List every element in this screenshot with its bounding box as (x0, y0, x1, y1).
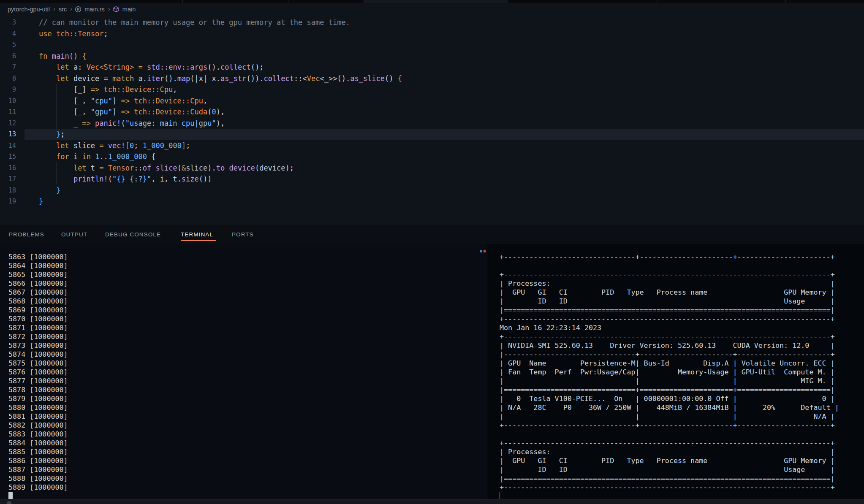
code-text: use tch::Tensor; (39, 28, 108, 40)
code-line[interactable]: 11 [_, "gpu"] => tch::Device::Cuda(0), (0, 106, 864, 118)
line-number: 19 (0, 196, 16, 207)
breadcrumb-label: main.rs (84, 6, 105, 13)
tab-separator (288, 0, 288, 3)
code-text: _ => panic!("usage: main cpu|gpu"), (39, 118, 225, 129)
code-line[interactable]: 3// can monitor the main memory usage or… (0, 17, 864, 28)
code-text: } (39, 196, 43, 207)
terminal-pane-right[interactable]: +-------------------------------+-------… (487, 244, 864, 499)
line-number: 16 (0, 163, 16, 174)
code-text: let a: Vec<String> = std::env::args().co… (39, 62, 264, 73)
rust-file-icon: R (75, 6, 82, 13)
tab-separator (182, 0, 183, 3)
line-number: 15 (0, 151, 16, 163)
line-number: 11 (0, 106, 16, 118)
vscode-window: pytorch-gpu-util › src › R main.rs › mai… (0, 0, 864, 504)
active-editor-tab-fragment (364, 0, 508, 3)
code-text: }; (39, 129, 65, 140)
code-line[interactable]: 5 (0, 39, 864, 51)
tab-separator (508, 0, 508, 3)
breadcrumb-item-file[interactable]: R main.rs (75, 6, 106, 13)
tab-terminal[interactable]: TERMINAL (181, 225, 213, 244)
breadcrumb-item-src[interactable]: src (58, 6, 68, 13)
chevron-right-icon: › (70, 5, 72, 12)
window-bottom-bar (0, 499, 864, 504)
terminal-pane-left[interactable]: 5863 [1000000] 5864 [1000000] 5865 [1000… (0, 244, 487, 499)
code-line[interactable]: 14 let slice = vec![0; 1_000_000]; (0, 140, 864, 152)
code-text: [_] => tch::Device::Cpu, (39, 84, 177, 95)
tab-problems[interactable]: PROBLEMS (9, 225, 44, 244)
code-text: println!("{} {:?}", i, t.size()) (39, 173, 212, 185)
line-number: 14 (0, 140, 16, 152)
line-number: 10 (0, 95, 16, 107)
code-text: fn main() { (39, 51, 87, 62)
line-number: 5 (0, 39, 16, 51)
chevron-right-icon: › (53, 5, 55, 12)
tab-separator (658, 0, 658, 3)
breadcrumb-label: src (59, 6, 67, 13)
code-text: [_, "gpu"] => tch::Device::Cuda(0), (39, 106, 225, 118)
terminal-indicator-blue-dot (480, 250, 482, 252)
code-line[interactable]: 18 } (0, 185, 864, 196)
active-tab-underline (181, 240, 216, 241)
svg-text:R: R (77, 7, 79, 11)
breadcrumb-label: main (122, 6, 136, 13)
chevron-right-icon: › (108, 5, 110, 12)
code-line[interactable]: 4use tch::Tensor; (0, 28, 864, 40)
breadcrumb-item-symbol[interactable]: main (113, 6, 136, 13)
terminal-output-left: 5863 [1000000] 5864 [1000000] 5865 [1000… (8, 252, 68, 492)
line-number: 12 (0, 118, 16, 129)
code-text: let device = match a.iter().map(|x| x.as… (39, 73, 402, 84)
tab-ports[interactable]: PORTS (232, 225, 254, 244)
status-dot (7, 501, 11, 504)
line-number: 6 (0, 51, 16, 62)
breadcrumb-label: pytorch-gpu-util (8, 6, 50, 13)
line-number: 3 (0, 17, 16, 28)
line-number: 17 (0, 173, 16, 185)
tab-separator (364, 0, 364, 3)
code-text: } (39, 185, 60, 196)
code-editor[interactable]: 3// can monitor the main memory usage or… (0, 15, 864, 225)
code-line[interactable]: 16 let t = Tensor::of_slice(&slice).to_d… (0, 163, 864, 174)
code-line[interactable]: 15 for i in 1..1_000_000 { (0, 151, 864, 163)
code-line[interactable]: 10 [_, "cpu"] => tch::Device::Cpu, (0, 95, 864, 107)
code-text: // can monitor the main memory usage or … (39, 17, 350, 28)
symbol-cube-icon (113, 6, 120, 13)
line-number: 4 (0, 28, 16, 40)
terminal-indicator-red-dot (484, 250, 486, 252)
code-line[interactable]: 19} (0, 196, 864, 207)
line-number: 7 (0, 62, 16, 73)
code-text: let t = Tensor::of_slice(&slice).to_devi… (39, 163, 294, 174)
terminal-output-right: +-------------------------------+-------… (500, 252, 839, 492)
tab-separator (785, 0, 786, 3)
code-line[interactable]: 7 let a: Vec<String> = std::env::args().… (0, 62, 864, 73)
code-line[interactable]: 17 println!("{} {:?}", i, t.size()) (0, 173, 864, 185)
breadcrumb-item-folder[interactable]: pytorch-gpu-util (7, 6, 51, 13)
tab-output[interactable]: OUTPUT (61, 225, 87, 244)
breadcrumb: pytorch-gpu-util › src › R main.rs › mai… (0, 3, 864, 15)
line-number: 13 (0, 129, 16, 140)
code-line[interactable]: 6fn main() { (0, 51, 864, 62)
line-number: 8 (0, 73, 16, 84)
code-line[interactable]: 13 }; (0, 129, 864, 140)
panel-tab-bar: PROBLEMS OUTPUT DEBUG CONSOLE TERMINAL P… (0, 225, 864, 244)
code-line[interactable]: 9 [_] => tch::Device::Cpu, (0, 84, 864, 95)
tab-debug-console[interactable]: DEBUG CONSOLE (105, 225, 161, 244)
line-number: 9 (0, 84, 16, 95)
code-text: [_, "cpu"] => tch::Device::Cpu, (39, 95, 207, 107)
code-text: for i in 1..1_000_000 { (39, 151, 155, 163)
code-text: let slice = vec![0; 1_000_000]; (39, 140, 190, 152)
line-number: 18 (0, 185, 16, 196)
terminal-panel: 5863 [1000000] 5864 [1000000] 5865 [1000… (0, 244, 864, 499)
code-line[interactable]: 12 _ => panic!("usage: main cpu|gpu"), (0, 118, 864, 129)
code-line[interactable]: 8 let device = match a.iter().map(|x| x.… (0, 73, 864, 84)
editor-tab-strip[interactable] (0, 0, 864, 3)
code-lines: 3// can monitor the main memory usage or… (0, 17, 864, 207)
